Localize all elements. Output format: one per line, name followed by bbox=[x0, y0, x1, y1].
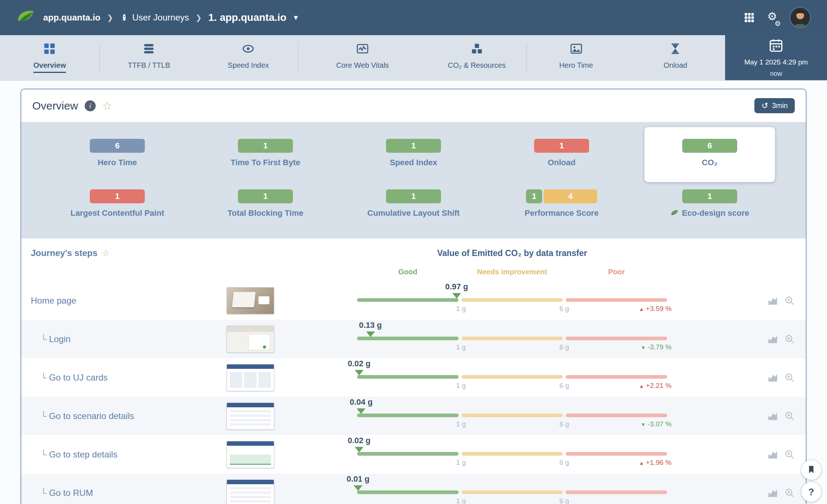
date-range-value: May 1 2025 4:29 pm bbox=[744, 58, 808, 66]
bookmark-icon bbox=[807, 465, 816, 475]
navbar-actions: ⚙⚙ bbox=[744, 7, 811, 28]
step-thumbnail[interactable] bbox=[227, 364, 274, 391]
bookmark-button[interactable] bbox=[801, 460, 821, 480]
metric-tbt[interactable]: 1 Total Blocking Time bbox=[191, 189, 339, 218]
journey-step-row: Go to UJ cards 0.02 g 1 g 6 g +2.21 % bbox=[21, 358, 806, 397]
co2-bar: 0.13 g 1 g 6 g -3.79 % bbox=[357, 320, 667, 358]
metric-cls[interactable]: 1 Cumulative Layout Shift bbox=[339, 189, 488, 218]
metric-co2-selected[interactable]: 6 CO₂ bbox=[644, 127, 775, 182]
tab-hero-time[interactable]: Hero Time bbox=[526, 35, 626, 80]
calendar-icon bbox=[768, 38, 784, 55]
info-icon[interactable]: i bbox=[85, 100, 96, 111]
tab-core-web-vitals[interactable]: Core Web Vitals bbox=[298, 35, 427, 80]
step-zoom-button[interactable] bbox=[784, 449, 795, 460]
step-name[interactable]: Go to scenario details bbox=[31, 411, 134, 421]
step-thumbnail[interactable] bbox=[227, 441, 274, 468]
journey-step-row: Go to step details 0.02 g 1 g 6 g +1.96 … bbox=[21, 435, 806, 474]
tab-ttfb-ttlb[interactable]: TTFB / TTLB bbox=[99, 35, 199, 80]
step-chart-button[interactable] bbox=[768, 334, 778, 344]
step-thumbnail[interactable] bbox=[227, 479, 274, 504]
step-name[interactable]: Login bbox=[31, 334, 70, 344]
journey-step-row: Home page 0.97 g 1 g 6 g +3.59 % bbox=[21, 281, 806, 320]
tab-label: Overview bbox=[33, 61, 66, 73]
chevron-right-icon: ❯ bbox=[196, 13, 202, 22]
co2-value: 0.02 g bbox=[348, 359, 370, 368]
metric-hero-time[interactable]: 6 Hero Time bbox=[43, 139, 191, 167]
step-name[interactable]: Go to step details bbox=[31, 449, 117, 460]
metric-badge: 1 bbox=[238, 139, 293, 153]
metric-performance-score[interactable]: 1 4 Performance Score bbox=[488, 189, 636, 218]
settings-button[interactable]: ⚙⚙ bbox=[767, 16, 777, 19]
eye-icon bbox=[241, 42, 256, 57]
date-range-picker[interactable]: May 1 2025 4:29 pm now bbox=[725, 35, 827, 80]
quanta-leaf-logo-icon[interactable] bbox=[16, 8, 35, 27]
dashboard-icon bbox=[42, 42, 57, 57]
favorite-star-icon[interactable]: ☆ bbox=[102, 100, 112, 111]
metric-label: Onload bbox=[548, 158, 576, 167]
histogram-icon bbox=[768, 340, 778, 345]
metric-lcp[interactable]: 1 Largest Contentful Paint bbox=[43, 189, 191, 218]
metric-badge-pair: 1 4 bbox=[526, 189, 597, 203]
change-percent: +1.96 % bbox=[639, 459, 672, 467]
change-percent: -3.79 % bbox=[641, 343, 672, 351]
metric-badge: 6 bbox=[90, 139, 145, 153]
step-chart-button[interactable] bbox=[768, 449, 778, 460]
step-zoom-button[interactable] bbox=[784, 411, 795, 421]
step-chart-button[interactable] bbox=[768, 373, 778, 383]
step-chart-button[interactable] bbox=[768, 296, 778, 306]
co2-scale-bar bbox=[357, 298, 667, 302]
metric-badge: 1 bbox=[386, 189, 441, 203]
tab-overview[interactable]: Overview bbox=[0, 35, 99, 80]
step-name[interactable]: Home page bbox=[31, 296, 76, 306]
magnifier-plus-icon bbox=[784, 340, 795, 345]
step-zoom-button[interactable] bbox=[784, 488, 795, 498]
tab-onload[interactable]: Onload bbox=[626, 35, 725, 80]
step-thumbnail[interactable] bbox=[227, 403, 274, 430]
step-thumbnail[interactable] bbox=[227, 287, 274, 314]
journey-steps-header: Journey's steps ☆ Value of Emitted CO₂ b… bbox=[21, 248, 806, 258]
apps-grid-button[interactable] bbox=[744, 12, 755, 23]
metric-label: Cumulative Layout Shift bbox=[367, 208, 460, 218]
overview-card: Overview i ☆ ↺ 3min 6 Hero Time 1 Time T… bbox=[21, 89, 806, 504]
avatar[interactable] bbox=[790, 7, 811, 28]
refresh-icon: ↺ bbox=[761, 102, 768, 110]
scale-1g-label: 1 g bbox=[456, 497, 466, 504]
metric-speed-index[interactable]: 1 Speed Index bbox=[339, 139, 488, 167]
metric-label: Speed Index bbox=[390, 158, 437, 167]
gears-icon: ⚙⚙ bbox=[767, 10, 777, 22]
breadcrumb-site[interactable]: app.quanta.io bbox=[43, 12, 100, 23]
step-thumbnail[interactable] bbox=[227, 326, 274, 353]
tab-speed-index[interactable]: Speed Index bbox=[199, 35, 298, 80]
step-zoom-button[interactable] bbox=[784, 296, 795, 306]
histogram-icon bbox=[768, 301, 778, 307]
step-name[interactable]: Go to RUM bbox=[31, 488, 93, 498]
breadcrumb-section[interactable]: User Journeys bbox=[132, 12, 189, 23]
metric-badge: 1 bbox=[682, 189, 737, 203]
co2-marker: 0.02 g bbox=[348, 358, 370, 375]
tabs: Overview TTFB / TTLB Speed Index Core We… bbox=[0, 35, 725, 80]
breadcrumb-page-dropdown[interactable]: 1. app.quanta.io bbox=[208, 12, 286, 23]
metric-onload[interactable]: 1 Onload bbox=[488, 139, 636, 167]
breadcrumb: app.quanta.io ❯ User Journeys ❯ 1. app.q… bbox=[43, 12, 298, 23]
metric-badge: 1 bbox=[238, 189, 293, 203]
magnifier-plus-icon bbox=[784, 301, 795, 307]
tab-label: CO₂ & Resources bbox=[448, 61, 506, 73]
magnifier-plus-icon bbox=[784, 417, 795, 422]
chevron-down-icon[interactable]: ▾ bbox=[294, 13, 298, 22]
step-name[interactable]: Go to UJ cards bbox=[31, 373, 108, 383]
metric-ttfb[interactable]: 1 Time To First Byte bbox=[191, 139, 339, 167]
metric-eco-design-score[interactable]: 1 Eco-design score bbox=[636, 189, 784, 218]
step-chart-button[interactable] bbox=[768, 488, 778, 498]
journey-steps-section: Journey's steps ☆ Value of Emitted CO₂ b… bbox=[21, 238, 806, 504]
refresh-interval-button[interactable]: ↺ 3min bbox=[754, 98, 795, 113]
favorite-star-icon[interactable]: ☆ bbox=[102, 249, 110, 257]
journey-step-row: Go to scenario details 0.04 g 1 g 6 g -3… bbox=[21, 397, 806, 435]
tab-label: Speed Index bbox=[228, 61, 269, 73]
step-zoom-button[interactable] bbox=[784, 334, 795, 344]
step-zoom-button[interactable] bbox=[784, 373, 795, 383]
help-button[interactable]: ? bbox=[801, 482, 821, 502]
tab-co2-resources[interactable]: CO₂ & Resources bbox=[427, 35, 526, 80]
image-icon bbox=[569, 42, 584, 57]
co2-bar: 0.01 g 1 g 6 g bbox=[357, 474, 667, 504]
step-chart-button[interactable] bbox=[768, 411, 778, 421]
